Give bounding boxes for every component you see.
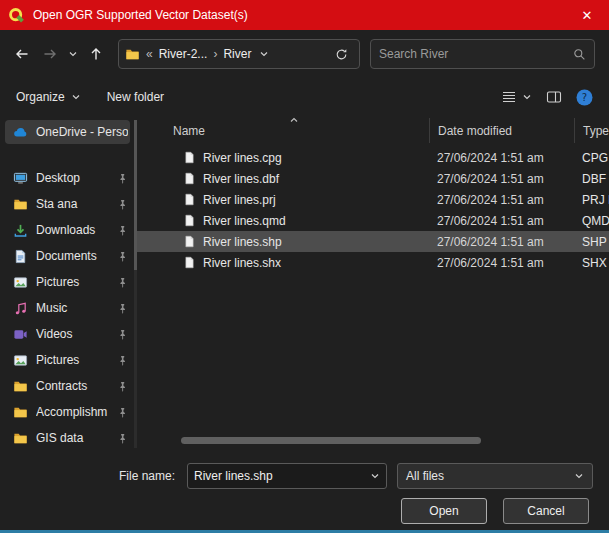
file-name: River lines.prj — [203, 193, 276, 207]
sidebar-item-contracts[interactable]: Contracts — [5, 374, 130, 398]
file-row[interactable]: River lines.dbf27/06/2024 1:51 amDBF F — [137, 168, 609, 189]
chevron-down-icon — [522, 92, 532, 102]
file-date-modified: 27/06/2024 1:51 am — [429, 172, 574, 186]
breadcrumb-item-parent[interactable]: River-2... — [159, 47, 208, 61]
file-icon — [183, 235, 196, 248]
organize-button[interactable]: Organize — [16, 90, 81, 104]
file-type: SHX F — [574, 256, 609, 270]
pin-icon — [117, 355, 128, 366]
file-icon — [183, 256, 196, 269]
sidebar-item-downloads[interactable]: Downloads — [5, 218, 130, 242]
file-type: SHP F — [574, 235, 609, 249]
file-row[interactable]: River lines.cpg27/06/2024 1:51 amCPG F — [137, 147, 609, 168]
file-icon — [183, 151, 196, 164]
sidebar-list: OneDrive - PersonDesktopSta anaDownloads… — [0, 120, 137, 452]
help-button[interactable]: ? — [576, 89, 593, 106]
sidebar-item-desktop[interactable]: Desktop — [5, 166, 130, 190]
dialog-footer: File name: All files Open Cancel — [0, 452, 609, 524]
file-date-modified: 27/06/2024 1:51 am — [429, 235, 574, 249]
change-view-button[interactable] — [501, 89, 532, 105]
sidebar-item-gis-data[interactable]: GIS data — [5, 426, 130, 450]
file-icon — [183, 193, 196, 206]
file-rows: River lines.cpg27/06/2024 1:51 amCPG FRi… — [137, 147, 609, 273]
chevron-down-icon[interactable] — [370, 471, 380, 481]
file-name-cell: River lines.shp — [137, 235, 429, 249]
file-type: CPG F — [574, 151, 609, 165]
main-area: OneDrive - PersonDesktopSta anaDownloads… — [0, 116, 609, 452]
pin-icon — [117, 329, 128, 340]
pin-icon — [117, 433, 128, 444]
file-type-dropdown[interactable]: All files — [397, 463, 593, 489]
file-date-modified: 27/06/2024 1:51 am — [429, 256, 574, 270]
sidebar-item-pictures[interactable]: Pictures — [5, 348, 130, 372]
column-header-name[interactable]: Name — [137, 118, 429, 143]
up-button[interactable] — [82, 40, 110, 68]
pin-icon — [117, 277, 128, 288]
organize-label: Organize — [16, 90, 65, 104]
sidebar-item-sta-ana[interactable]: Sta ana — [5, 192, 130, 216]
sidebar-item-onedrive-person[interactable]: OneDrive - Person — [5, 120, 130, 144]
search-icon — [573, 48, 586, 61]
folder-icon — [13, 405, 28, 420]
help-icon: ? — [576, 89, 593, 106]
window-title: Open OGR Supported Vector Dataset(s) — [33, 8, 248, 22]
breadcrumb-collapsed[interactable]: « — [146, 47, 153, 61]
forward-button[interactable] — [36, 40, 64, 68]
file-row[interactable]: River lines.qmd27/06/2024 1:51 amQMD — [137, 210, 609, 231]
back-button[interactable] — [8, 40, 36, 68]
search-input[interactable] — [379, 47, 567, 61]
breadcrumb[interactable]: « River-2... › River — [118, 39, 360, 69]
qgis-logo-icon — [8, 7, 25, 24]
horizontal-scrollbar-thumb[interactable] — [181, 437, 481, 444]
file-icon — [183, 172, 196, 185]
file-list-header: Name Date modified Type — [137, 118, 609, 143]
file-name-combobox[interactable] — [187, 463, 387, 489]
cloud-icon — [13, 125, 28, 140]
column-header-name-label: Name — [173, 124, 205, 138]
chevron-down-icon — [71, 92, 81, 102]
sidebar-item-label: Downloads — [36, 223, 109, 237]
sidebar: OneDrive - PersonDesktopSta anaDownloads… — [0, 116, 137, 452]
file-name: River lines.cpg — [203, 151, 282, 165]
button-row: Open Cancel — [16, 498, 593, 524]
open-button[interactable]: Open — [401, 498, 487, 524]
new-folder-button[interactable]: New folder — [107, 90, 164, 104]
titlebar: Open OGR Supported Vector Dataset(s) ✕ — [0, 0, 609, 30]
sidebar-item-label: Documents — [36, 249, 109, 263]
file-row[interactable]: River lines.prj27/06/2024 1:51 amPRJ F — [137, 189, 609, 210]
image-icon — [13, 275, 28, 290]
sidebar-item-label: Desktop — [36, 171, 109, 185]
cancel-button[interactable]: Cancel — [503, 498, 589, 524]
file-type: DBF F — [574, 172, 609, 186]
sidebar-item-pictures[interactable]: Pictures — [5, 270, 130, 294]
preview-pane-button[interactable] — [546, 89, 562, 105]
file-list-pane: Name Date modified Type River lines.cpg2… — [137, 116, 609, 452]
sidebar-item-accomplishm[interactable]: Accomplishm — [5, 400, 130, 424]
image-icon — [13, 353, 28, 368]
sidebar-item-music[interactable]: Music — [5, 296, 130, 320]
file-name-cell: River lines.qmd — [137, 214, 429, 228]
chevron-down-icon[interactable] — [259, 49, 269, 59]
arrow-right-icon — [42, 46, 58, 62]
file-name: River lines.dbf — [203, 172, 279, 186]
file-type-value: All files — [406, 469, 444, 483]
sidebar-item-documents[interactable]: Documents — [5, 244, 130, 268]
file-row[interactable]: River lines.shx27/06/2024 1:51 amSHX F — [137, 252, 609, 273]
file-row[interactable]: River lines.shp27/06/2024 1:51 amSHP F — [137, 231, 609, 252]
column-header-date-modified[interactable]: Date modified — [429, 118, 574, 143]
column-header-type[interactable]: Type — [574, 118, 609, 143]
folder-icon — [125, 47, 140, 62]
close-button[interactable]: ✕ — [565, 0, 609, 30]
svg-text:?: ? — [582, 92, 587, 103]
file-name-cell: River lines.prj — [137, 193, 429, 207]
search-box[interactable] — [370, 39, 595, 69]
desktop-icon — [13, 171, 28, 186]
recent-locations-button[interactable] — [64, 40, 82, 68]
file-name-input[interactable] — [194, 469, 366, 483]
horizontal-scrollbar[interactable] — [143, 437, 603, 444]
file-icon — [183, 214, 196, 227]
breadcrumb-item-current[interactable]: River — [223, 47, 251, 61]
pin-icon — [117, 303, 128, 314]
refresh-icon[interactable] — [329, 42, 353, 66]
sidebar-item-videos[interactable]: Videos — [5, 322, 130, 346]
